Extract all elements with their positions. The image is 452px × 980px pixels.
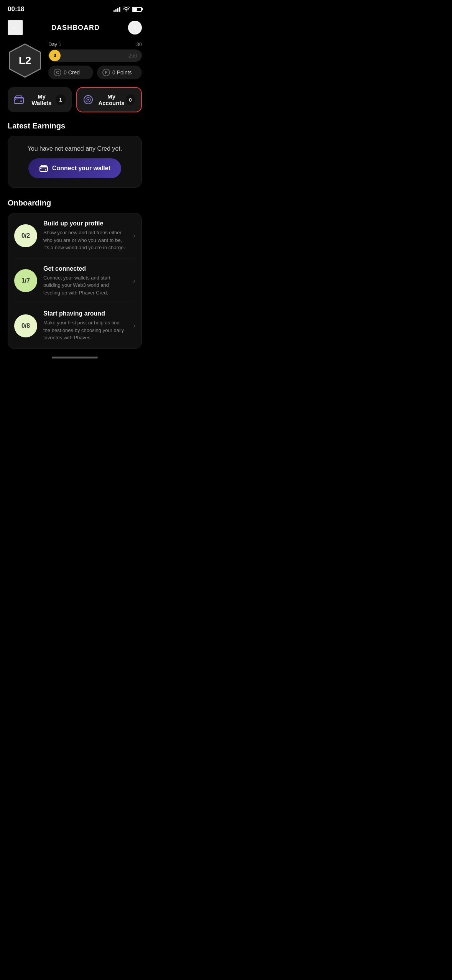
battery-icon <box>132 7 142 12</box>
cred-value: 0 Cred <box>64 69 80 76</box>
tabs-row: My Wallets 1 My Accounts 0 <box>0 87 150 122</box>
progress-value: 0 <box>54 53 56 58</box>
tab-accounts-label: My Accounts <box>97 93 126 106</box>
status-time: 00:18 <box>8 5 24 13</box>
onboarding-content-build-profile: Build up your profile Show your new and … <box>43 220 127 252</box>
status-bar: 00:18 <box>0 0 150 16</box>
onboarding-title-start-phaving: Start phaving around <box>43 310 127 317</box>
earnings-card: You have not earned any Cred yet. Connec… <box>8 136 142 188</box>
tab-accounts[interactable]: My Accounts 0 <box>76 87 142 112</box>
level-badge: L2 <box>8 43 42 78</box>
svg-rect-6 <box>40 166 48 171</box>
progress-max-value: 250 <box>128 53 137 59</box>
info-icon: i <box>134 24 136 31</box>
level-section: L2 Day 1 30 0 250 C 0 Cred P <box>0 41 150 87</box>
connect-wallet-button[interactable]: Connect your wallet <box>28 158 121 178</box>
info-button[interactable]: i <box>128 21 142 35</box>
earnings-empty-text: You have not earned any Cred yet. <box>28 145 122 152</box>
connect-wallet-icon <box>39 164 48 173</box>
onboarding-progress-build-profile: 0/2 <box>14 224 37 247</box>
connect-wallet-label: Connect your wallet <box>52 165 110 172</box>
progress-thumb: 0 <box>49 50 61 61</box>
tab-wallets-label: My Wallets <box>28 93 55 106</box>
cred-stat: C 0 Cred <box>48 66 93 79</box>
svg-point-7 <box>45 169 46 171</box>
onboarding-progress-get-connected: 1/7 <box>14 269 37 292</box>
tab-accounts-left: My Accounts <box>83 93 126 106</box>
back-button[interactable]: ← <box>8 20 23 35</box>
cred-icon: C <box>54 69 61 76</box>
onboarding-item-start-phaving[interactable]: 0/8 Start phaving around Make your first… <box>8 303 141 349</box>
chevron-right-icon-3: › <box>133 322 135 330</box>
home-bar <box>52 357 98 358</box>
svg-rect-1 <box>14 97 23 104</box>
onboarding-desc-get-connected: Connect your wallets and start building … <box>43 274 127 297</box>
back-arrow-icon: ← <box>11 23 20 33</box>
latest-earnings-title: Latest Earnings <box>0 122 150 136</box>
day-row: Day 1 30 <box>48 41 142 47</box>
onboarding-title-build-profile: Build up your profile <box>43 220 127 227</box>
svg-point-5 <box>87 99 89 100</box>
onboarding-progress-start-phaving: 0/8 <box>14 314 37 337</box>
tab-wallets-left: My Wallets <box>14 93 56 106</box>
signal-icon <box>113 7 120 12</box>
onboarding-list: 0/2 Build up your profile Show your new … <box>8 213 142 349</box>
wifi-icon <box>123 6 130 13</box>
onboarding-content-start-phaving: Start phaving around Make your first pos… <box>43 310 127 342</box>
page-title: DASHBOARD <box>51 24 100 32</box>
stats-row: C 0 Cred P 0 Points <box>48 66 142 79</box>
onboarding-title: Onboarding <box>0 199 150 213</box>
tab-wallets[interactable]: My Wallets 1 <box>8 87 72 112</box>
chevron-right-icon: › <box>133 232 135 240</box>
progress-track: 0 250 <box>48 49 142 62</box>
onboarding-title-get-connected: Get connected <box>43 265 127 272</box>
header: ← DASHBOARD i <box>0 16 150 41</box>
svg-point-2 <box>20 100 22 102</box>
tab-accounts-count: 0 <box>126 94 135 105</box>
wallet-icon <box>14 94 24 105</box>
onboarding-desc-start-phaving: Make your first post or help us find the… <box>43 319 127 342</box>
chevron-right-icon-2: › <box>133 277 135 285</box>
points-value: 0 Points <box>112 69 132 76</box>
onboarding-desc-build-profile: Show your new and old frens either who y… <box>43 229 127 252</box>
day-max: 30 <box>136 41 142 47</box>
home-indicator <box>0 349 150 362</box>
points-stat: P 0 Points <box>97 66 142 79</box>
status-icons <box>113 6 142 13</box>
onboarding-item-get-connected[interactable]: 1/7 Get connected Connect your wallets a… <box>8 258 141 304</box>
onboarding-item-build-profile[interactable]: 0/2 Build up your profile Show your new … <box>8 213 141 258</box>
progress-area: Day 1 30 0 250 C 0 Cred P 0 Points <box>48 41 142 79</box>
day-label: Day 1 <box>48 41 61 47</box>
account-icon <box>83 94 93 105</box>
points-icon: P <box>102 69 110 76</box>
tab-wallets-count: 1 <box>56 94 66 105</box>
onboarding-content-get-connected: Get connected Connect your wallets and s… <box>43 265 127 297</box>
level-label: L2 <box>19 54 31 67</box>
